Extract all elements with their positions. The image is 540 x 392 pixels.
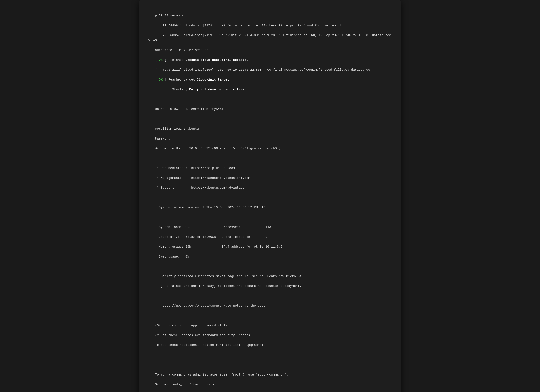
line-sysinfo-header: System information as of Thu 19 Sep 2024…: [155, 206, 265, 209]
line-updates-2: 423 of these updates are standard securi…: [155, 334, 252, 337]
line-sudo-2: See "man sudo_root" for details.: [155, 383, 216, 386]
line-updates-3: To see these additional updates run: apt…: [155, 343, 265, 347]
cloud-init-target-label: Cloud-init target: [197, 78, 229, 82]
line-k8s-1: * Strictly confined Kubernetes makes edg…: [155, 275, 301, 278]
terminal-window[interactable]: p 79.33 seconds. [ 79.544081] cloud-init…: [139, 0, 401, 392]
line-k8s-2: just raised the bar for easy, resilient …: [155, 284, 301, 288]
line-k8s-url: https://ubuntu.com/engage/secure-kuberne…: [155, 304, 265, 308]
line-5: [ 79.572112] cloud-init[2159]: 2024-09-1…: [155, 68, 370, 72]
line-login: corellium login: ubuntu: [155, 127, 199, 131]
line-3b: ourceNone. Up 79.52 seconds: [155, 48, 208, 52]
line-1: p 79.33 seconds.: [155, 14, 185, 18]
line-welcome: Welcome to Ubuntu 20.04.3 LTS (GNU/Linux…: [155, 147, 280, 150]
ok-badge-2: OK: [159, 78, 163, 82]
line-3: [ 79.560057] cloud-init[2159]: Cloud-ini…: [147, 34, 393, 42]
line-6: [ OK ] Reached target Cloud-init target.: [155, 78, 231, 82]
line-4: [ OK ] Finished Execute cloud user/final…: [155, 58, 248, 62]
line-usage: Usage of /: 63.8% of 14.60GB Users logge…: [155, 235, 267, 239]
ok-badge-1: OK: [159, 58, 163, 62]
line-2: [ 79.544081] cloud-init[2159]: ci-info: …: [155, 24, 345, 27]
line-ubuntu-version: Ubuntu 20.04.3 LTS corellium ttyAMA1: [155, 107, 224, 111]
line-sysload: System load: 0.2 Processes: 113: [155, 225, 271, 229]
line-memory: Memory usage: 20% IPv4 address for eth0:…: [155, 245, 282, 249]
line-updates-1: 497 updates can be applied immediately.: [155, 324, 229, 327]
execute-scripts-label: Execute cloud user/final scripts: [185, 58, 246, 62]
terminal-content: p 79.33 seconds. [ 79.544081] cloud-init…: [147, 9, 393, 392]
line-7: Starting Daily apt download activities..…: [155, 88, 250, 91]
line-sudo-1: To run a command as administrator (user …: [155, 373, 288, 377]
line-docs: * Documentation: https://help.ubuntu.com: [155, 166, 235, 170]
line-support: * Support: https://ubuntu.com/advantage: [155, 186, 245, 190]
line-password: Password:: [155, 137, 172, 141]
line-swap: Swap usage: 0%: [155, 255, 189, 259]
line-mgmt: * Management: https://landscape.canonica…: [155, 176, 250, 180]
daily-apt-label: Daily apt download activities: [189, 88, 245, 91]
